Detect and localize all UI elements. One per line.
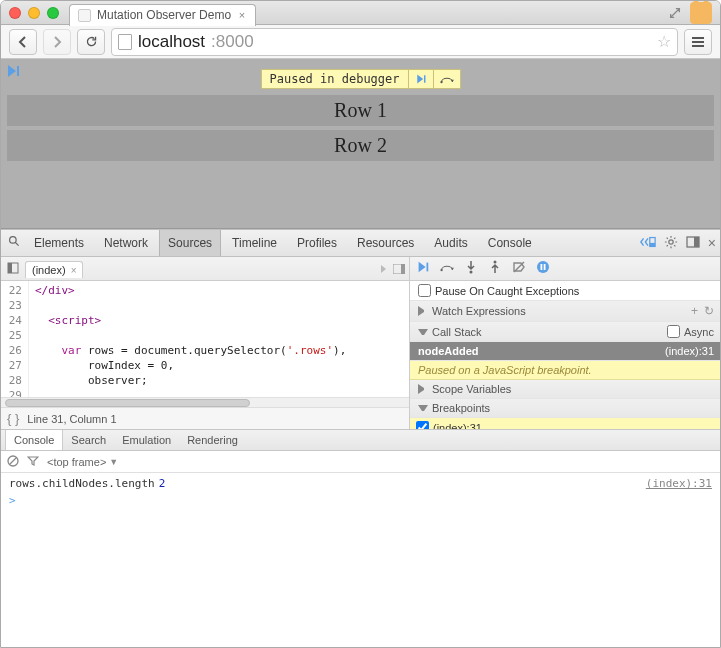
forward-button[interactable]	[43, 29, 71, 55]
cursor-position: Line 31, Column 1	[27, 413, 116, 425]
breakpoints-section[interactable]: Breakpoints	[410, 399, 720, 418]
menu-button[interactable]	[684, 29, 712, 55]
banner-resume-button[interactable]	[409, 70, 434, 88]
drawer-tab-search[interactable]: Search	[63, 430, 114, 450]
window-titlebar: Mutation Observer Demo ×	[1, 1, 720, 25]
extension-icon[interactable]	[690, 2, 712, 24]
breakpoints-label: Breakpoints	[432, 402, 490, 414]
svg-point-14	[440, 269, 442, 271]
frame-label: <top frame>	[47, 456, 106, 468]
sidebar-toggle-icon[interactable]	[393, 264, 405, 274]
async-label: Async	[684, 326, 714, 338]
breakpoint-title: (index):31	[433, 422, 482, 430]
drawer-tab-rendering[interactable]: Rendering	[179, 430, 246, 450]
tab-elements[interactable]: Elements	[25, 230, 93, 256]
minimize-window-button[interactable]	[28, 7, 40, 19]
url-bar[interactable]: localhost:8000 ☆	[111, 28, 678, 56]
deactivate-breakpoints-button[interactable]	[512, 260, 526, 277]
add-watch-icon[interactable]: +	[691, 304, 698, 318]
frame-select[interactable]: <top frame> ▼	[47, 456, 118, 468]
breakpoint-checkbox[interactable]	[416, 421, 429, 429]
step-out-button[interactable]	[488, 260, 502, 277]
bookmark-star-icon[interactable]: ☆	[657, 32, 671, 51]
toggle-drawer-icon[interactable]	[640, 236, 656, 251]
back-button[interactable]	[9, 29, 37, 55]
svg-rect-13	[427, 263, 429, 272]
source-status-bar: { } Line 31, Column 1	[1, 407, 409, 429]
async-checkbox[interactable]	[667, 325, 680, 338]
pretty-print-icon[interactable]: { }	[7, 411, 19, 426]
pause-caught-label: Pause On Caught Exceptions	[435, 285, 579, 297]
step-into-button[interactable]	[464, 260, 478, 277]
tab-close-icon[interactable]: ×	[237, 10, 247, 20]
filter-icon[interactable]	[27, 456, 39, 468]
svg-rect-19	[544, 264, 546, 270]
clear-console-icon[interactable]	[7, 455, 19, 469]
console-output[interactable]: rows.childNodes.length 2 (index):31 >	[1, 473, 720, 648]
pause-caught-checkbox[interactable]	[418, 284, 431, 297]
inspect-icon[interactable]	[5, 235, 23, 251]
settings-gear-icon[interactable]	[664, 235, 678, 252]
svg-point-17	[537, 261, 549, 273]
disclosure-right-icon	[418, 306, 428, 316]
reload-button[interactable]	[77, 29, 105, 55]
format-icon[interactable]	[379, 264, 389, 274]
refresh-watch-icon[interactable]: ↻	[704, 304, 714, 318]
banner-step-button[interactable]	[434, 70, 460, 88]
console-log-line: rows.childNodes.length 2 (index):31	[9, 475, 712, 492]
tab-audits[interactable]: Audits	[425, 230, 476, 256]
svg-point-3	[9, 237, 16, 244]
drawer-tabs: Console Search Emulation Rendering	[1, 429, 720, 451]
dock-icon[interactable]	[686, 236, 700, 251]
devtools-close-icon[interactable]: ×	[708, 235, 716, 251]
drawer-tab-console[interactable]: Console	[5, 430, 63, 450]
tab-network[interactable]: Network	[95, 230, 157, 256]
console-prompt[interactable]: >	[9, 492, 712, 509]
watch-section[interactable]: Watch Expressions + ↻	[410, 301, 720, 322]
close-window-button[interactable]	[9, 7, 21, 19]
disclosure-right-icon	[418, 384, 428, 394]
line-gutter[interactable]: 22232425262728293031323334353637	[1, 281, 29, 397]
tab-profiles[interactable]: Profiles	[288, 230, 346, 256]
source-toolbar-right	[379, 264, 405, 274]
callstack-section[interactable]: Call Stack Async	[410, 322, 720, 342]
file-tab-label: (index)	[32, 264, 66, 276]
source-file-tab[interactable]: (index) ×	[25, 261, 83, 278]
drawer-tab-emulation[interactable]: Emulation	[114, 430, 179, 450]
navigator-toggle-icon[interactable]	[5, 262, 21, 276]
step-over-button[interactable]	[440, 260, 454, 277]
code-lines: </div> <script> var rows = document.quer…	[29, 281, 409, 397]
horizontal-scrollbar[interactable]	[1, 397, 409, 407]
code-editor[interactable]: 22232425262728293031323334353637 </div> …	[1, 281, 409, 397]
tab-resources[interactable]: Resources	[348, 230, 423, 256]
scope-section[interactable]: Scope Variables	[410, 380, 720, 399]
browser-tab[interactable]: Mutation Observer Demo ×	[69, 4, 256, 26]
tab-sources[interactable]: Sources	[159, 230, 221, 256]
paused-banner: Paused in debugger	[260, 69, 460, 89]
tab-title: Mutation Observer Demo	[97, 8, 231, 22]
favicon-icon	[78, 9, 91, 22]
frame-location: (index):31	[665, 345, 714, 357]
paused-message: Paused in debugger	[261, 70, 408, 88]
console-toolbar: <top frame> ▼	[1, 451, 720, 473]
breakpoint-item[interactable]: (index):31 console.log("rows.childNodes.…	[410, 418, 720, 429]
pause-caught-row[interactable]: Pause On Caught Exceptions	[410, 281, 720, 301]
content-row: Row 1	[7, 95, 714, 126]
log-source-link[interactable]: (index):31	[646, 477, 712, 490]
sources-panel: (index) × 222324252627282930313233343536…	[1, 257, 410, 429]
svg-rect-10	[8, 263, 12, 273]
svg-point-6	[669, 239, 673, 243]
resume-button[interactable]	[416, 260, 430, 277]
log-value: 2	[159, 477, 166, 490]
debugger-sections: Pause On Caught Exceptions Watch Express…	[410, 281, 720, 429]
zoom-window-button[interactable]	[47, 7, 59, 19]
popout-icon[interactable]	[668, 6, 682, 20]
file-tab-close-icon[interactable]: ×	[71, 265, 77, 276]
tab-timeline[interactable]: Timeline	[223, 230, 286, 256]
source-tabs: (index) ×	[1, 257, 409, 281]
svg-rect-18	[541, 264, 543, 270]
tab-console[interactable]: Console	[479, 230, 541, 256]
page-resume-icon[interactable]	[5, 63, 21, 79]
callstack-frame[interactable]: nodeAdded (index):31	[410, 342, 720, 361]
pause-exceptions-button[interactable]	[536, 260, 550, 277]
